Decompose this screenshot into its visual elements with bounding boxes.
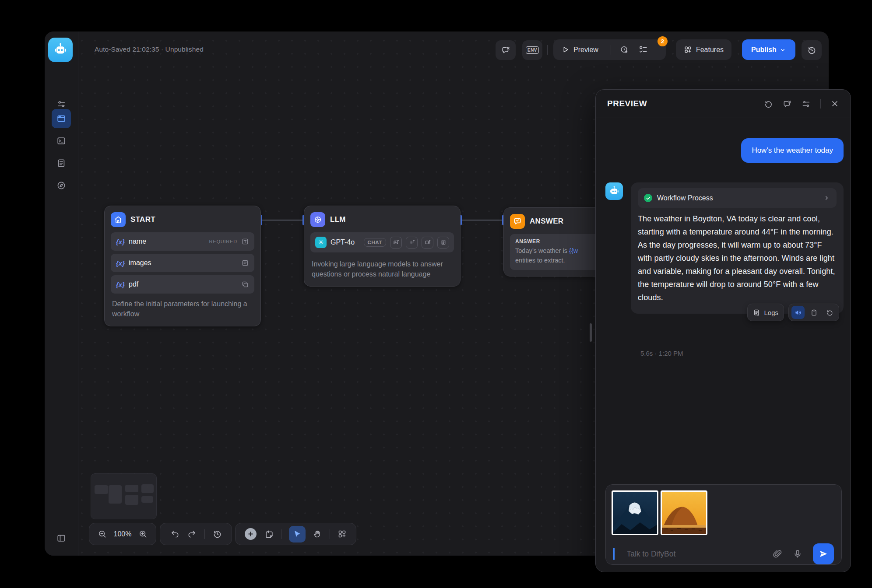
- paragraph-icon: [241, 259, 249, 267]
- node-llm-header: LLM: [310, 212, 454, 227]
- attachment-thumbnail-sunset-mountain[interactable]: [661, 490, 707, 535]
- app-logo[interactable]: [48, 38, 73, 62]
- zoom-controls: 100%: [89, 523, 156, 545]
- logs-button-label: Logs: [764, 309, 778, 316]
- logs-button[interactable]: Logs: [747, 304, 784, 321]
- hand-tool[interactable]: [313, 529, 322, 539]
- redo-icon[interactable]: [187, 529, 197, 539]
- node-llm[interactable]: LLM ✳ GPT-4o CHAT Invoking large: [304, 206, 461, 287]
- start-variable-name[interactable]: {x} name REQUIRED: [111, 232, 254, 251]
- zoom-out-icon[interactable]: [98, 529, 107, 539]
- variable-glyph: {x}: [116, 238, 125, 245]
- check-circle-icon: [644, 194, 652, 202]
- version-history-button[interactable]: [802, 40, 822, 60]
- llm-model-row[interactable]: ✳ GPT-4o CHAT: [310, 232, 454, 252]
- sidebar: [45, 32, 78, 556]
- bot-message-card: Workflow Process The weather in Boydton,…: [631, 182, 844, 314]
- settings-sliders-icon[interactable]: [802, 99, 811, 108]
- send-icon: [819, 549, 828, 559]
- history-icon[interactable]: [213, 529, 222, 539]
- files-icon: [241, 280, 249, 288]
- attachment-thumbnail-night-mountain[interactable]: [612, 490, 658, 535]
- sidebar-item-orchestrate[interactable]: [52, 109, 71, 128]
- speaker-button[interactable]: [791, 306, 805, 319]
- undo-icon[interactable]: [170, 529, 179, 539]
- required-tag: REQUIRED: [209, 239, 237, 244]
- tune-icon: [56, 99, 66, 109]
- annotation-icon[interactable]: [783, 99, 792, 108]
- sidebar-item-terminal[interactable]: [52, 131, 71, 150]
- preview-header: PREVIEW: [596, 90, 851, 118]
- vision-capability-icon: [390, 237, 402, 248]
- toolbar-separator: [281, 529, 281, 539]
- features-button[interactable]: Features: [676, 39, 731, 60]
- workflow-process-label: Workflow Process: [657, 194, 818, 202]
- zoom-in-icon[interactable]: [138, 529, 148, 539]
- preview-title: PREVIEW: [607, 99, 754, 108]
- bot-avatar: [605, 182, 623, 200]
- start-variable-pdf[interactable]: {x} pdf: [111, 275, 254, 294]
- text-caret: [613, 548, 615, 560]
- header-separator: [820, 99, 821, 108]
- add-note-icon[interactable]: [264, 529, 274, 539]
- app-stage: Auto-Saved 21:02:35 · Unpublished ENV Pr…: [0, 0, 872, 588]
- run-group-separator: [611, 45, 611, 55]
- minimap[interactable]: [91, 473, 157, 519]
- zoom-level[interactable]: 100%: [114, 530, 132, 538]
- workflow-process-toggle[interactable]: Workflow Process: [638, 188, 837, 208]
- node-llm-title: LLM: [330, 215, 346, 224]
- node-start-header: START: [111, 212, 254, 227]
- organize-icon[interactable]: [338, 529, 347, 539]
- panel-resize-handle[interactable]: [590, 323, 592, 342]
- add-node-icon[interactable]: [245, 528, 257, 540]
- preview-panel: PREVIEW How's the weather today: [595, 89, 851, 572]
- chat-input[interactable]: [626, 549, 763, 559]
- toolbar-separator: [330, 529, 330, 539]
- send-button[interactable]: [813, 543, 834, 564]
- publish-button-label: Publish: [751, 46, 777, 54]
- env-icon: ENV: [526, 46, 539, 54]
- chevron-right-icon: [823, 194, 830, 202]
- publish-button[interactable]: Publish: [742, 39, 795, 60]
- sidebar-item-logs[interactable]: [52, 154, 71, 173]
- edge-connector: [261, 220, 304, 220]
- env-button[interactable]: ENV: [522, 40, 542, 60]
- variable-name: images: [129, 259, 151, 267]
- mic-icon[interactable]: [793, 549, 802, 559]
- collapse-panel-icon: [56, 533, 66, 543]
- sidebar-item-monitoring[interactable]: [52, 176, 71, 195]
- robot-icon: [608, 186, 620, 197]
- run-history-icon[interactable]: [620, 45, 629, 54]
- collapse-sidebar-button[interactable]: [52, 528, 71, 548]
- attached-images: [612, 490, 836, 537]
- openai-icon: ✳: [315, 237, 327, 248]
- play-icon: [561, 46, 570, 54]
- preview-run-button[interactable]: Preview: [573, 46, 598, 54]
- features-grid-icon: [684, 46, 692, 54]
- bot-message-row: Workflow Process The weather in Boydton,…: [605, 182, 844, 314]
- annotation-button[interactable]: [496, 40, 516, 60]
- node-start[interactable]: START {x} name REQUIRED {x} images: [104, 206, 261, 326]
- close-icon[interactable]: [830, 99, 839, 108]
- variable-name: pdf: [129, 280, 138, 288]
- home-icon: [111, 212, 126, 227]
- restart-conversation-button[interactable]: [764, 99, 773, 108]
- chat-input-row: [612, 542, 836, 565]
- app-window-icon: [56, 114, 66, 123]
- answer-variable-token: {{w: [569, 247, 578, 254]
- video-capability-icon: [422, 237, 433, 248]
- llm-brain-icon: [310, 212, 325, 227]
- start-variable-images[interactable]: {x} images: [111, 254, 254, 272]
- bot-message-text: The weather in Boydton, VA today is clea…: [638, 212, 837, 304]
- version-history-icon: [807, 46, 816, 55]
- copy-button[interactable]: [807, 306, 820, 319]
- document-capability-icon: [437, 237, 449, 248]
- message-meta: 5.6s · 1:20 PM: [640, 350, 683, 357]
- pointer-tool[interactable]: [289, 526, 306, 542]
- history-controls: [160, 523, 232, 545]
- paperclip-icon[interactable]: [773, 549, 782, 559]
- canvas-tools: [235, 523, 356, 545]
- regenerate-button[interactable]: [823, 306, 836, 319]
- audio-capability-icon: [406, 237, 418, 248]
- checklist-icon[interactable]: [639, 45, 648, 54]
